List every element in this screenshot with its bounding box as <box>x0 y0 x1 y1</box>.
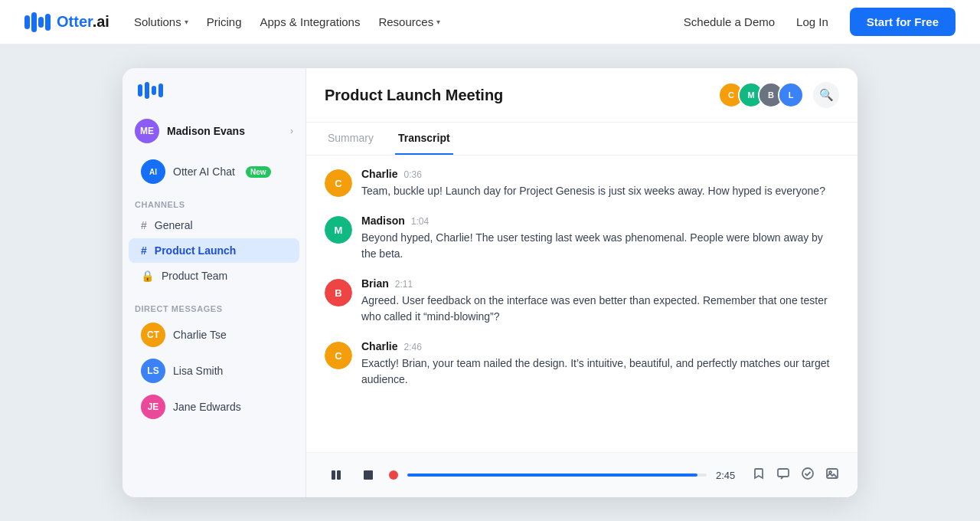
jane-avatar: JE <box>141 395 165 419</box>
channel-general-label: General <box>155 219 193 231</box>
nav-solutions[interactable]: Solutions ▾ <box>134 15 188 28</box>
start-free-button[interactable]: Start for Free <box>850 8 956 36</box>
transcript-entry-2: B Brian 2:11 Agreed. User feedback on th… <box>325 277 839 325</box>
user-left: ME Madison Evans <box>135 119 245 143</box>
bookmark-icon <box>752 467 766 480</box>
login-button[interactable]: Log In <box>787 11 838 33</box>
check-button[interactable] <box>801 467 815 483</box>
dm-jane-edwards[interactable]: JE Jane Edwards <box>129 389 299 424</box>
otter-ai-label: Otter AI Chat <box>173 165 235 178</box>
transcript-time-0: 0:36 <box>403 169 421 180</box>
logo-bar-2 <box>31 12 37 32</box>
charlie-initials: CT <box>141 323 165 347</box>
bookmark-button[interactable] <box>752 467 766 483</box>
lock-icon: 🔒 <box>141 270 154 282</box>
sidebar: ME Madison Evans › AI Otter AI Chat New … <box>122 68 306 497</box>
tab-summary[interactable]: Summary <box>325 123 377 155</box>
channel-product-launch-label: Product Launch <box>155 244 237 257</box>
logo[interactable]: Otter.ai <box>24 12 109 32</box>
new-badge: New <box>246 166 271 178</box>
meeting-header-right: C M B L 🔍 <box>718 82 839 108</box>
nav-pricing[interactable]: Pricing <box>207 15 242 28</box>
comment-button[interactable] <box>776 467 790 483</box>
svg-point-4 <box>802 468 813 479</box>
tabs: Summary Transcript <box>306 123 858 156</box>
p4-initials: L <box>779 84 802 106</box>
dm-section: Direct messages CT Charlie Tse LS Lisa S… <box>122 295 305 428</box>
transcript-content-1: Madison 1:04 Beyond hyped, Charlie! The … <box>361 215 839 262</box>
hash-icon: # <box>141 219 147 231</box>
app-container: ME Madison Evans › AI Otter AI Chat New … <box>122 68 858 497</box>
sidebar-item-otter-ai-chat[interactable]: AI Otter AI Chat New <box>129 153 299 190</box>
sidebar-logo <box>122 68 305 113</box>
svg-rect-1 <box>337 470 341 480</box>
transcript-name-0: Charlie <box>361 168 397 180</box>
nav-resources[interactable]: Resources ▾ <box>378 15 440 28</box>
chevron-right-icon: › <box>290 126 293 136</box>
transcript-avatar-charlie-2: C <box>325 342 352 369</box>
sidebar-item-product-team[interactable]: 🔒 Product Team <box>129 264 299 288</box>
transcript-header-1: Madison 1:04 <box>361 215 839 227</box>
navbar: Otter.ai Solutions ▾ Pricing Apps & Inte… <box>0 0 980 44</box>
logo-bar-3 <box>38 17 44 28</box>
transcript-name-3: Charlie <box>361 340 397 352</box>
lisa-avatar: LS <box>141 359 165 383</box>
chevron-down-icon: ▾ <box>185 18 188 26</box>
search-icon: 🔍 <box>819 88 834 102</box>
transcript-header-0: Charlie 0:36 <box>361 168 839 180</box>
user-avatar-initials: ME <box>135 119 159 143</box>
nav-right: Schedule a Demo Log In Start for Free <box>684 8 956 36</box>
transcript-content-0: Charlie 0:36 Team, buckle up! Launch day… <box>361 168 839 199</box>
sidebar-item-product-launch[interactable]: # Product Launch <box>129 238 299 263</box>
dm-lisa-label: Lisa Smith <box>173 365 223 377</box>
transcript-header-2: Brian 2:11 <box>361 277 839 290</box>
dm-charlie-tse[interactable]: CT Charlie Tse <box>129 317 299 352</box>
dm-lisa-smith[interactable]: LS Lisa Smith <box>129 353 299 388</box>
hash-icon: # <box>141 244 147 257</box>
dm-charlie-label: Charlie Tse <box>173 329 227 341</box>
transcript-time-1: 1:04 <box>411 216 429 227</box>
transcript-avatar-madison: M <box>325 216 352 244</box>
meeting-header: Product Launch Meeting C M B L <box>306 68 858 123</box>
brian-avatar-initials: B <box>325 279 352 306</box>
meeting-title: Product Launch Meeting <box>325 87 503 104</box>
participant-avatars: C M B L <box>718 82 804 108</box>
participant-avatar-4: L <box>778 82 804 108</box>
logo-bar-4 <box>45 14 51 31</box>
transcript-content-3: Charlie 2:46 Exactly! Brian, your team n… <box>361 340 839 388</box>
player-actions <box>752 467 839 483</box>
transcript-area: C Charlie 0:36 Team, buckle up! Launch d… <box>306 156 858 452</box>
main-panel: Product Launch Meeting C M B L <box>306 68 858 497</box>
sidebar-logo-bar-3 <box>152 86 156 95</box>
sidebar-item-general[interactable]: # General <box>129 213 299 238</box>
sidebar-logo-bar-1 <box>138 84 142 97</box>
sidebar-user[interactable]: ME Madison Evans › <box>122 113 305 152</box>
lisa-initials: LS <box>141 359 165 383</box>
stop-icon <box>363 470 374 480</box>
player-bar: 2:45 <box>306 452 858 497</box>
svg-rect-0 <box>332 470 335 480</box>
transcript-text-2: Agreed. User feedback on the interface w… <box>361 293 839 325</box>
search-button[interactable]: 🔍 <box>813 82 839 108</box>
madison-avatar-initials: M <box>325 216 352 244</box>
player-time: 2:45 <box>716 470 743 481</box>
nav-apps[interactable]: Apps & Integrations <box>260 15 361 28</box>
pause-button[interactable] <box>325 464 348 487</box>
image-button[interactable] <box>825 467 839 483</box>
otter-avatar-icon: AI <box>141 159 165 184</box>
channels-section: Channels # General # Product Launch 🔒 Pr… <box>122 191 305 292</box>
logo-text: Otter.ai <box>57 13 109 31</box>
tab-transcript[interactable]: Transcript <box>395 123 453 155</box>
sidebar-logo-bar-4 <box>158 84 163 97</box>
stop-button[interactable] <box>357 464 380 487</box>
schedule-demo-link[interactable]: Schedule a Demo <box>684 15 775 28</box>
progress-bar[interactable] <box>407 473 707 477</box>
transcript-avatar-brian: B <box>325 279 352 306</box>
check-circle-icon <box>801 467 815 480</box>
transcript-text-3: Exactly! Brian, your team nailed the des… <box>361 356 839 388</box>
transcript-avatar-charlie-1: C <box>325 169 352 197</box>
svg-rect-2 <box>364 470 373 480</box>
transcript-time-2: 2:11 <box>395 279 413 290</box>
user-avatar: ME <box>135 119 159 143</box>
transcript-entry-1: M Madison 1:04 Beyond hyped, Charlie! Th… <box>325 215 839 262</box>
